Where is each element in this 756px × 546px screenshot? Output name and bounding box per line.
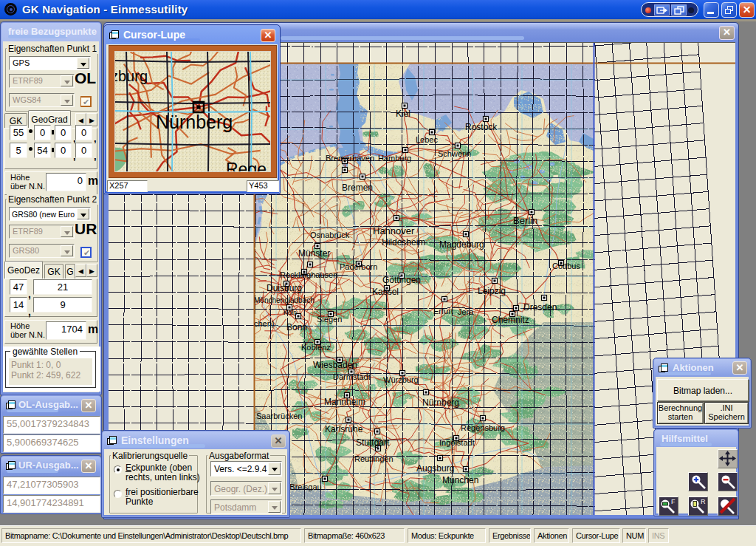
svg-text:Göttingen: Göttingen	[382, 275, 421, 285]
svg-text:Schwerin: Schwerin	[438, 149, 471, 158]
svg-text:zburg: zburg	[115, 68, 148, 84]
svg-text:Lebec: Lebec	[416, 135, 438, 144]
svg-text:Regensburg: Regensburg	[461, 423, 505, 432]
svg-text:Mönchengladbach: Mönchengladbach	[254, 296, 315, 304]
svg-text:Mannheim: Mannheim	[324, 397, 365, 407]
svg-text:Chemnitz: Chemnitz	[492, 315, 529, 325]
svg-text:Kassel: Kassel	[372, 287, 399, 297]
svg-text:Darmstadt: Darmstadt	[333, 372, 371, 381]
svg-text:Paderborn: Paderborn	[340, 262, 377, 271]
svg-text:Jera: Jera	[458, 307, 474, 316]
svg-text:Wiesbaden: Wiesbaden	[313, 360, 357, 370]
svg-text:Erfurt: Erfurt	[433, 307, 453, 315]
svg-text:F: F	[671, 498, 676, 505]
svg-text:Hamburg: Hamburg	[378, 154, 411, 163]
svg-text:chen): chen)	[254, 319, 275, 328]
svg-text:Münster: Münster	[298, 248, 330, 259]
svg-text:Ingolstadt: Ingolstadt	[439, 438, 475, 447]
svg-text:Siegen: Siegen	[317, 315, 342, 324]
svg-text:Leipzig: Leipzig	[478, 286, 506, 296]
svg-text:Recklinghausen: Recklinghausen	[280, 270, 337, 279]
svg-text:Nürnberg: Nürnberg	[156, 112, 233, 132]
svg-text:Duisburg: Duisburg	[267, 283, 302, 293]
svg-text:Rostock: Rostock	[465, 122, 498, 132]
svg-text:Kiel: Kiel	[396, 109, 410, 119]
svg-text:Bremen: Bremen	[342, 182, 373, 193]
svg-text:Saarbrücken: Saarbrücken	[256, 412, 302, 420]
svg-text:Reutlingen: Reutlingen	[354, 454, 394, 463]
svg-text:München: München	[442, 475, 478, 485]
svg-text:Augsburg: Augsburg	[416, 463, 454, 474]
svg-text:Stuttgart: Stuttgart	[356, 437, 390, 448]
svg-text:Rege: Rege	[226, 160, 267, 171]
svg-text:Cottbus: Cottbus	[552, 262, 580, 270]
svg-text:Würzburg: Würzburg	[383, 375, 419, 384]
svg-text:R: R	[701, 498, 706, 505]
svg-text:Berlin: Berlin	[513, 215, 537, 226]
svg-text:Bonn: Bonn	[286, 322, 307, 332]
svg-text:Hildesheim: Hildesheim	[382, 237, 425, 248]
svg-text:Magdeburg: Magdeburg	[439, 239, 484, 250]
svg-text:Köln: Köln	[284, 309, 297, 316]
svg-text:Dresden: Dresden	[523, 302, 557, 313]
svg-text:Nürnberg: Nürnberg	[422, 397, 459, 408]
svg-text:Koblenz: Koblenz	[301, 343, 331, 352]
svg-text:Hannover: Hannover	[373, 225, 415, 236]
svg-text:Karlsruhe: Karlsruhe	[325, 424, 363, 434]
svg-text:Osnabrück: Osnabrück	[310, 231, 350, 239]
svg-text:Bremerhaven: Bremerhaven	[326, 154, 374, 163]
